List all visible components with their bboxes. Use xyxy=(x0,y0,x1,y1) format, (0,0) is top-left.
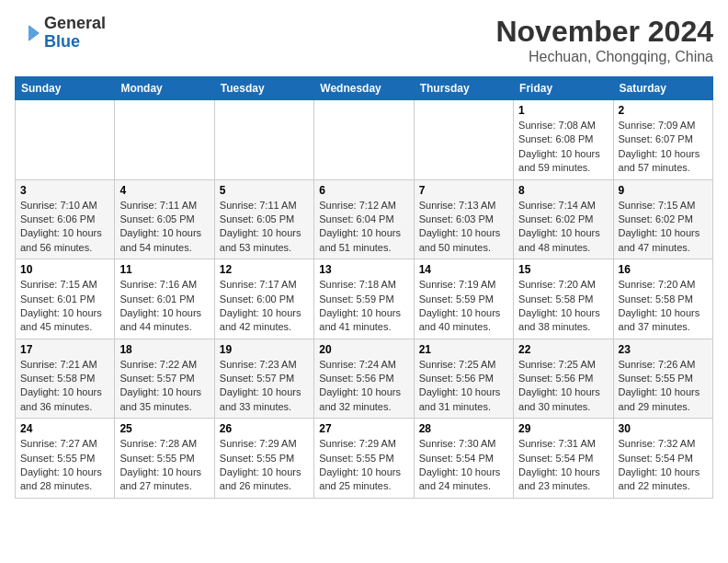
day-cell: 24Sunrise: 7:27 AMSunset: 5:55 PMDayligh… xyxy=(16,419,115,499)
day-info: Sunrise: 7:26 AMSunset: 5:55 PMDaylight:… xyxy=(619,358,708,415)
day-cell: 3Sunrise: 7:10 AMSunset: 6:06 PMDaylight… xyxy=(16,179,115,259)
day-cell: 7Sunrise: 7:13 AMSunset: 6:03 PMDaylight… xyxy=(414,179,513,259)
day-number: 27 xyxy=(319,422,408,435)
day-info: Sunrise: 7:23 AMSunset: 5:57 PMDaylight:… xyxy=(220,358,309,415)
day-info: Sunrise: 7:21 AMSunset: 5:58 PMDaylight:… xyxy=(20,358,109,415)
day-info: Sunrise: 7:29 AMSunset: 5:55 PMDaylight:… xyxy=(319,437,408,494)
day-number: 4 xyxy=(119,184,209,197)
logo-icon xyxy=(15,20,40,46)
day-info: Sunrise: 7:20 AMSunset: 5:58 PMDaylight:… xyxy=(518,278,608,335)
day-number: 16 xyxy=(619,263,708,276)
day-cell: 25Sunrise: 7:28 AMSunset: 5:55 PMDayligh… xyxy=(115,419,214,499)
day-info: Sunrise: 7:29 AMSunset: 5:55 PMDaylight:… xyxy=(220,437,309,494)
day-number: 9 xyxy=(619,184,708,197)
day-info: Sunrise: 7:20 AMSunset: 5:58 PMDaylight:… xyxy=(619,278,708,335)
column-header-friday: Friday xyxy=(514,77,613,100)
day-info: Sunrise: 7:25 AMSunset: 5:56 PMDaylight:… xyxy=(419,358,508,415)
day-cell: 20Sunrise: 7:24 AMSunset: 5:56 PMDayligh… xyxy=(314,339,414,419)
day-cell: 19Sunrise: 7:23 AMSunset: 5:57 PMDayligh… xyxy=(214,339,313,419)
day-cell xyxy=(414,100,513,180)
day-cell: 5Sunrise: 7:11 AMSunset: 6:05 PMDaylight… xyxy=(214,179,313,259)
day-cell: 8Sunrise: 7:14 AMSunset: 6:02 PMDaylight… xyxy=(514,179,613,259)
day-cell: 27Sunrise: 7:29 AMSunset: 5:55 PMDayligh… xyxy=(314,419,414,499)
day-info: Sunrise: 7:24 AMSunset: 5:56 PMDaylight:… xyxy=(319,358,408,415)
day-cell: 16Sunrise: 7:20 AMSunset: 5:58 PMDayligh… xyxy=(613,259,712,339)
day-cell: 14Sunrise: 7:19 AMSunset: 5:59 PMDayligh… xyxy=(414,259,513,339)
day-cell: 23Sunrise: 7:26 AMSunset: 5:55 PMDayligh… xyxy=(613,339,712,419)
day-cell: 13Sunrise: 7:18 AMSunset: 5:59 PMDayligh… xyxy=(314,259,414,339)
day-number: 10 xyxy=(20,263,109,276)
day-info: Sunrise: 7:15 AMSunset: 6:01 PMDaylight:… xyxy=(20,278,109,335)
column-header-thursday: Thursday xyxy=(414,77,513,100)
day-number: 26 xyxy=(220,422,309,435)
week-row-4: 17Sunrise: 7:21 AMSunset: 5:58 PMDayligh… xyxy=(16,339,713,419)
day-number: 15 xyxy=(518,263,608,276)
day-cell xyxy=(16,100,115,180)
week-row-5: 24Sunrise: 7:27 AMSunset: 5:55 PMDayligh… xyxy=(16,419,713,499)
day-number: 6 xyxy=(319,184,408,197)
day-info: Sunrise: 7:11 AMSunset: 6:05 PMDaylight:… xyxy=(119,199,209,256)
calendar-body: 1Sunrise: 7:08 AMSunset: 6:08 PMDaylight… xyxy=(16,100,713,499)
logo-line2: Blue xyxy=(44,33,106,52)
day-number: 20 xyxy=(319,343,408,356)
column-header-wednesday: Wednesday xyxy=(314,77,414,100)
day-number: 11 xyxy=(119,263,209,276)
day-cell: 12Sunrise: 7:17 AMSunset: 6:00 PMDayligh… xyxy=(214,259,313,339)
day-info: Sunrise: 7:28 AMSunset: 5:55 PMDaylight:… xyxy=(119,437,209,494)
month-year: November 2024 xyxy=(495,15,713,49)
day-number: 14 xyxy=(419,263,508,276)
column-header-saturday: Saturday xyxy=(613,77,712,100)
column-header-tuesday: Tuesday xyxy=(214,77,313,100)
day-info: Sunrise: 7:13 AMSunset: 6:03 PMDaylight:… xyxy=(419,199,508,256)
day-cell: 30Sunrise: 7:32 AMSunset: 5:54 PMDayligh… xyxy=(613,419,712,499)
day-cell: 28Sunrise: 7:30 AMSunset: 5:54 PMDayligh… xyxy=(414,419,513,499)
day-number: 24 xyxy=(20,422,109,435)
day-number: 12 xyxy=(220,263,309,276)
day-info: Sunrise: 7:09 AMSunset: 6:07 PMDaylight:… xyxy=(619,119,708,176)
day-number: 8 xyxy=(518,184,608,197)
day-number: 5 xyxy=(220,184,309,197)
day-cell: 10Sunrise: 7:15 AMSunset: 6:01 PMDayligh… xyxy=(16,259,115,339)
day-number: 30 xyxy=(619,422,708,435)
day-info: Sunrise: 7:11 AMSunset: 6:05 PMDaylight:… xyxy=(220,199,309,256)
day-number: 1 xyxy=(518,104,608,117)
day-number: 3 xyxy=(20,184,109,197)
day-cell: 2Sunrise: 7:09 AMSunset: 6:07 PMDaylight… xyxy=(613,100,712,180)
day-number: 28 xyxy=(419,422,508,435)
day-number: 23 xyxy=(619,343,708,356)
week-row-3: 10Sunrise: 7:15 AMSunset: 6:01 PMDayligh… xyxy=(16,259,713,339)
day-cell: 26Sunrise: 7:29 AMSunset: 5:55 PMDayligh… xyxy=(214,419,313,499)
day-cell: 21Sunrise: 7:25 AMSunset: 5:56 PMDayligh… xyxy=(414,339,513,419)
day-number: 22 xyxy=(518,343,608,356)
day-cell xyxy=(314,100,414,180)
day-info: Sunrise: 7:31 AMSunset: 5:54 PMDaylight:… xyxy=(518,437,608,494)
location: Hechuan, Chongqing, China xyxy=(495,49,713,65)
day-cell: 17Sunrise: 7:21 AMSunset: 5:58 PMDayligh… xyxy=(16,339,115,419)
day-cell: 4Sunrise: 7:11 AMSunset: 6:05 PMDaylight… xyxy=(115,179,214,259)
day-info: Sunrise: 7:10 AMSunset: 6:06 PMDaylight:… xyxy=(20,199,109,256)
day-cell: 11Sunrise: 7:16 AMSunset: 6:01 PMDayligh… xyxy=(115,259,214,339)
day-info: Sunrise: 7:17 AMSunset: 6:00 PMDaylight:… xyxy=(220,278,309,335)
day-number: 18 xyxy=(119,343,209,356)
calendar-header-row: SundayMondayTuesdayWednesdayThursdayFrid… xyxy=(16,77,713,100)
day-cell: 18Sunrise: 7:22 AMSunset: 5:57 PMDayligh… xyxy=(115,339,214,419)
day-cell: 6Sunrise: 7:12 AMSunset: 6:04 PMDaylight… xyxy=(314,179,414,259)
day-info: Sunrise: 7:08 AMSunset: 6:08 PMDaylight:… xyxy=(518,119,608,176)
day-number: 7 xyxy=(419,184,508,197)
column-header-monday: Monday xyxy=(115,77,214,100)
title-section: November 2024 Hechuan, Chongqing, China xyxy=(495,15,713,65)
day-cell xyxy=(115,100,214,180)
week-row-1: 1Sunrise: 7:08 AMSunset: 6:08 PMDaylight… xyxy=(16,100,713,180)
day-number: 17 xyxy=(20,343,109,356)
day-info: Sunrise: 7:19 AMSunset: 5:59 PMDaylight:… xyxy=(419,278,508,335)
day-info: Sunrise: 7:18 AMSunset: 5:59 PMDaylight:… xyxy=(319,278,408,335)
day-cell xyxy=(214,100,313,180)
page-header: General Blue November 2024 Hechuan, Chon… xyxy=(15,15,713,65)
day-info: Sunrise: 7:15 AMSunset: 6:02 PMDaylight:… xyxy=(619,199,708,256)
day-info: Sunrise: 7:30 AMSunset: 5:54 PMDaylight:… xyxy=(419,437,508,494)
day-info: Sunrise: 7:12 AMSunset: 6:04 PMDaylight:… xyxy=(319,199,408,256)
day-cell: 15Sunrise: 7:20 AMSunset: 5:58 PMDayligh… xyxy=(514,259,613,339)
day-info: Sunrise: 7:14 AMSunset: 6:02 PMDaylight:… xyxy=(518,199,608,256)
day-number: 29 xyxy=(518,422,608,435)
day-number: 25 xyxy=(119,422,209,435)
